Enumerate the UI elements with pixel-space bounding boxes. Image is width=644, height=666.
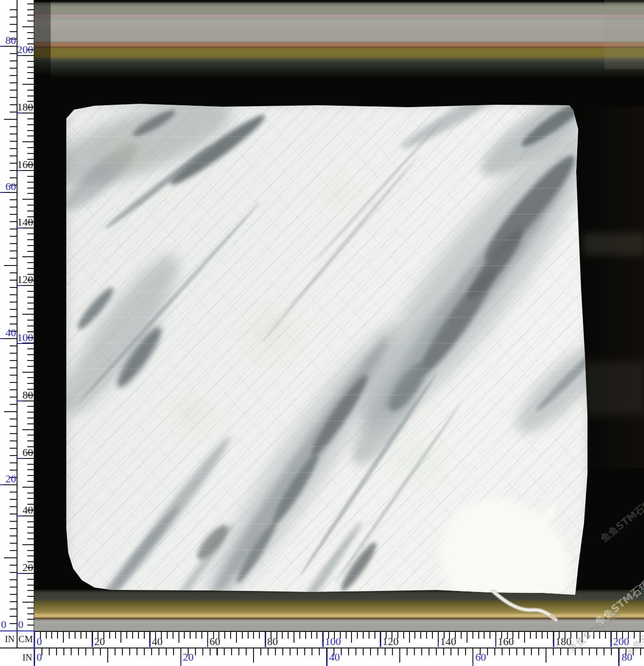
scanner-band-top-dark-edge <box>34 0 51 78</box>
cm-ruler-vertical-label: 160 <box>17 159 33 170</box>
inch-ruler-vertical-label: 80 <box>5 35 16 46</box>
inch-ruler-horizontal-label: 60 <box>475 652 486 663</box>
inch-ruler-vertical-label: 40 <box>5 327 16 338</box>
cm-ruler-vertical-label: 140 <box>17 217 33 228</box>
unit-label-inch-row: IN <box>17 653 32 662</box>
cm-ruler-horizontal-label: 120 <box>383 636 399 647</box>
cm-ruler-horizontal-label: 200 <box>613 636 629 647</box>
inch-ruler-vertical-label: 0 <box>1 619 6 630</box>
scanner-band-top <box>34 0 644 78</box>
cm-ruler-horizontal-label: 20 <box>94 636 105 647</box>
cm-ruler-vertical-major-ticks <box>22 3 34 631</box>
scanner-band-top-light-patch <box>605 0 644 69</box>
right-margin-streak <box>583 362 644 415</box>
ruler-column-divider <box>17 0 18 648</box>
cm-ruler-horizontal-label: 140 <box>440 636 456 647</box>
marble-slab <box>66 104 589 602</box>
cm-ruler-vertical-label: 120 <box>17 274 33 285</box>
unit-label-cm-column: CM <box>18 634 33 644</box>
marble-edge-shade <box>66 104 589 602</box>
slab-string <box>488 590 570 626</box>
slab-scan-image <box>34 0 644 631</box>
ruler-image-divider <box>34 0 35 630</box>
cm-ruler-vertical-label: 20 <box>22 562 33 573</box>
cm-ruler-vertical-label: 180 <box>17 102 33 113</box>
inch-ruler-horizontal-label: 0 <box>37 652 42 663</box>
cm-ruler-horizontal-label: 0 <box>37 636 42 647</box>
cm-ruler-horizontal-label: 160 <box>498 636 514 647</box>
inch-ruler-horizontal-label: 40 <box>329 652 340 663</box>
cm-ruler-vertical-label: 100 <box>17 332 33 343</box>
cm-ruler-horizontal-label: 80 <box>267 636 278 647</box>
cm-ruler-vertical-label: 40 <box>22 505 33 515</box>
inch-ruler-vertical-label: 60 <box>5 181 16 192</box>
cm-ruler-horizontal-label: 40 <box>152 636 163 647</box>
cm-ruler-vertical-label: 60 <box>22 447 33 458</box>
slab-scanner-screen: 鱼鱼STM石猫 鱼鱼STM石猫 鱼鱼STM石猫 鱼鱼STM石猫 IN CM IN <box>0 0 644 666</box>
ruler-zero-line-vertical <box>34 630 35 666</box>
cm-ruler-horizontal-label: 60 <box>210 636 220 647</box>
cm-ruler-horizontal-label: 180 <box>555 636 571 647</box>
inch-ruler-vertical-label: 20 <box>5 474 16 484</box>
inch-ruler-horizontal-label: 20 <box>183 652 194 663</box>
image-bottom-edge <box>34 631 644 632</box>
cm-ruler-vertical-label: 80 <box>22 390 33 400</box>
inch-ruler-horizontal-label: 80 <box>622 652 632 663</box>
cm-ruler-horizontal-label: 100 <box>325 636 341 647</box>
unit-label-inch-column: IN <box>3 634 17 644</box>
cm-ruler-vertical-label: 200 <box>17 44 33 55</box>
inch-ruler-vertical-major-ticks <box>4 3 17 631</box>
cm-ruler-vertical-label: 0 <box>18 619 23 630</box>
right-margin-streak <box>583 233 644 255</box>
